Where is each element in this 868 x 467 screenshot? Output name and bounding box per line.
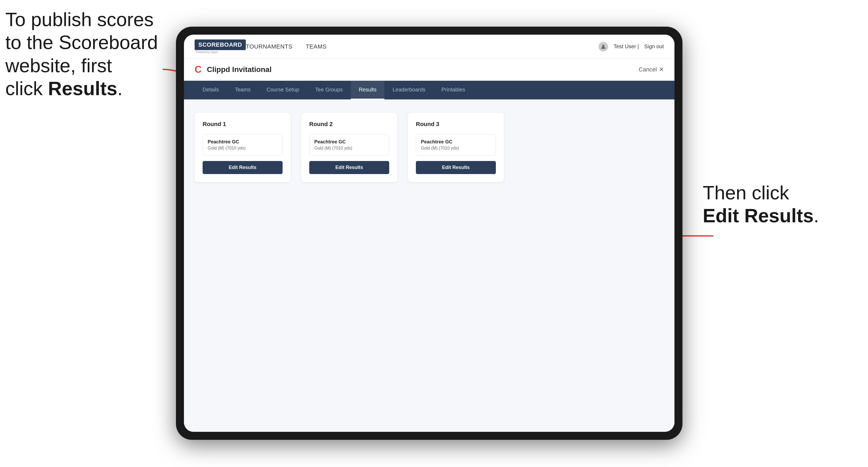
nav-links: TOURNAMENTS TEAMS — [246, 43, 598, 50]
close-icon: ✕ — [659, 66, 664, 73]
round-1-title: Round 1 — [203, 121, 283, 128]
round-1-card: Round 1 Peachtree GC Gold (M) (7010 yds)… — [195, 113, 290, 182]
nav-right: Test User | Sign out — [598, 42, 664, 52]
user-avatar — [598, 42, 608, 52]
round-2-course-name: Peachtree GC — [314, 139, 384, 145]
logo-subtitle: Powered by clippd — [196, 51, 218, 54]
tab-results[interactable]: Results — [351, 81, 385, 99]
tablet-device: SCOREBOARD Powered by clippd TOURNAMENTS… — [176, 27, 682, 440]
tournament-header: C Clippd Invitational Cancel ✕ — [184, 59, 675, 81]
top-nav: SCOREBOARD Powered by clippd TOURNAMENTS… — [184, 35, 675, 59]
tab-details[interactable]: Details — [195, 81, 227, 99]
tournament-icon: C — [195, 64, 202, 75]
tournament-name: Clippd Invitational — [207, 65, 272, 74]
round-2-card: Round 2 Peachtree GC Gold (M) (7010 yds)… — [301, 113, 397, 182]
rounds-grid: Round 1 Peachtree GC Gold (M) (7010 yds)… — [195, 113, 664, 182]
edit-results-button-1[interactable]: Edit Results — [203, 161, 283, 174]
tab-course-setup[interactable]: Course Setup — [258, 81, 307, 99]
round-2-course-card: Peachtree GC Gold (M) (7010 yds) — [309, 134, 389, 156]
annotation-right: Then click Edit Results. — [703, 181, 863, 227]
tab-tee-groups[interactable]: Tee Groups — [307, 81, 350, 99]
main-content: Round 1 Peachtree GC Gold (M) (7010 yds)… — [184, 99, 675, 432]
round-3-course-card: Peachtree GC Gold (M) (7010 yds) — [416, 134, 496, 156]
instruction-results-bold: Results — [48, 78, 117, 99]
annotation-line2-suffix: . — [814, 205, 819, 226]
logo-wrapper: SCOREBOARD Powered by clippd — [195, 39, 246, 54]
round-2-title: Round 2 — [309, 121, 389, 128]
instruction-line1: To publish scores — [5, 9, 154, 30]
instruction-line3: website, first — [5, 55, 112, 76]
tab-printables[interactable]: Printables — [433, 81, 473, 99]
round-3-course-name: Peachtree GC — [421, 139, 491, 145]
round-3-title: Round 3 — [416, 121, 496, 128]
sign-out-button[interactable]: Sign out — [644, 43, 664, 50]
round-1-course-card: Peachtree GC Gold (M) (7010 yds) — [203, 134, 283, 156]
instruction-line4-prefix: click — [5, 78, 48, 99]
nav-teams[interactable]: TEAMS — [306, 43, 327, 50]
cancel-button[interactable]: Cancel ✕ — [639, 66, 664, 73]
scoreboard-logo: SCOREBOARD — [195, 39, 246, 50]
round-1-course-details: Gold (M) (7010 yds) — [208, 146, 278, 151]
instruction-line2: to the Scoreboard — [5, 32, 158, 53]
tournament-title-row: C Clippd Invitational — [195, 64, 272, 75]
tab-leaderboards[interactable]: Leaderboards — [384, 81, 433, 99]
round-1-course-name: Peachtree GC — [208, 139, 278, 145]
tab-bar: Details Teams Course Setup Tee Groups Re… — [184, 81, 675, 99]
tablet-screen: SCOREBOARD Powered by clippd TOURNAMENTS… — [184, 35, 675, 432]
round-3-course-details: Gold (M) (7010 yds) — [421, 146, 491, 151]
tab-teams[interactable]: Teams — [227, 81, 258, 99]
round-3-card: Round 3 Peachtree GC Gold (M) (7010 yds)… — [408, 113, 504, 182]
instruction-text: To publish scores to the Scoreboard webs… — [5, 8, 165, 100]
annotation-edit-results-bold: Edit Results — [703, 205, 814, 226]
instruction-line4-suffix: . — [117, 78, 123, 99]
nav-user-name: Test User | — [613, 43, 639, 50]
logo-text: SCOREBOARD — [198, 41, 242, 48]
edit-results-button-3[interactable]: Edit Results — [416, 161, 496, 174]
round-2-course-details: Gold (M) (7010 yds) — [314, 146, 384, 151]
annotation-line1: Then click — [703, 182, 789, 204]
nav-tournaments[interactable]: TOURNAMENTS — [246, 43, 292, 50]
edit-results-button-2[interactable]: Edit Results — [309, 161, 389, 174]
cancel-label: Cancel — [639, 66, 657, 73]
svg-point-2 — [602, 45, 604, 47]
